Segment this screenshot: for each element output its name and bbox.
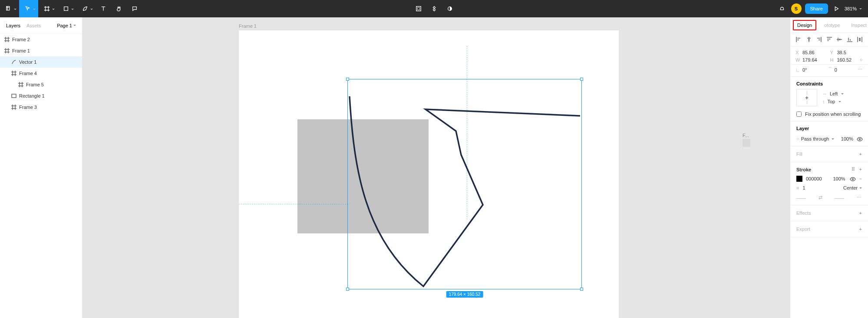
design-panel: Design ototype Inspect X85.86 Y38.5 W179… (790, 17, 868, 318)
frame-title-label[interactable]: Frame 1 (239, 23, 257, 29)
svg-rect-5 (12, 94, 16, 98)
layer-frame4[interactable]: Frame 4 (0, 68, 82, 79)
layer-vector1[interactable]: Vector 1 (0, 56, 82, 68)
effects-section: Effects + (790, 205, 868, 221)
add-fill-button[interactable]: + (859, 151, 862, 157)
fix-position-label: Fix position when scrolling (805, 111, 861, 117)
selection-dimensions-label: 179.64 × 160.52 (446, 291, 483, 298)
export-title: Export (796, 226, 810, 232)
layer-label: Frame 4 (19, 71, 37, 76)
align-bottom-icon[interactable] (847, 36, 853, 43)
hand-tool[interactable] (111, 0, 127, 17)
blend-mode-value: Pass through (801, 136, 829, 141)
resize-handle-tr[interactable] (580, 78, 583, 81)
user-avatar[interactable]: S (791, 3, 802, 14)
page-selector[interactable]: Page 1 (57, 23, 76, 28)
frame-icon (4, 48, 10, 53)
share-button[interactable]: Share (805, 3, 828, 14)
align-top-icon[interactable] (826, 36, 832, 43)
tab-design[interactable]: Design (793, 20, 816, 30)
stroke-weight-value[interactable]: 1 (802, 185, 805, 190)
stroke-swap-icon[interactable]: ⇄ (818, 195, 822, 200)
radius-value[interactable]: 0 (835, 67, 837, 72)
layer-frame1[interactable]: Frame 1 (0, 45, 82, 56)
distribute-icon[interactable] (857, 36, 863, 43)
resize-handle-br[interactable] (580, 288, 583, 291)
layer-section-title: Layer (790, 121, 868, 134)
mask-tool[interactable] (442, 0, 458, 17)
zoom-value: 381% (845, 6, 857, 11)
fill-section: Fill + (790, 146, 868, 162)
stroke-end-cap[interactable]: —— (835, 195, 844, 200)
top-toolbar: S Share 381% (0, 0, 868, 17)
align-left-icon[interactable] (795, 36, 802, 43)
layer-opacity-value[interactable]: 100% (841, 136, 853, 141)
stroke-hex-value[interactable]: 000000 (806, 176, 822, 181)
y-value[interactable]: 38.5 (837, 50, 846, 55)
h-value[interactable]: 160.52 (837, 57, 852, 62)
effects-title: Effects (796, 210, 811, 216)
align-vcenter-icon[interactable] (836, 36, 842, 43)
layer-rectangle1[interactable]: Rectangle 1 (0, 90, 82, 102)
layer-frame2[interactable]: Frame 2 (0, 34, 82, 45)
add-effect-button[interactable]: + (859, 210, 862, 216)
constraint-v-select[interactable]: ↕Top (822, 99, 844, 104)
stroke-start-cap[interactable]: —— (796, 195, 806, 200)
selection-bounds[interactable]: 179.64 × 160.52 (347, 79, 582, 289)
vector-icon (11, 59, 17, 65)
blend-mode-select[interactable]: ○Pass through (796, 136, 834, 141)
more-options-icon[interactable]: ⋯ (858, 67, 863, 72)
rotation-value[interactable]: 0° (802, 67, 807, 72)
frame-tool[interactable] (38, 0, 57, 17)
visibility-icon[interactable] (857, 136, 862, 141)
stroke-style-icon[interactable]: ⠿ (851, 167, 855, 172)
stroke-align-select[interactable]: Center (843, 185, 862, 190)
tab-inspect[interactable]: Inspect (848, 21, 868, 30)
layer-frame5[interactable]: Frame 5 (0, 79, 82, 90)
stroke-visibility-icon[interactable] (850, 176, 855, 181)
stroke-align-value: Center (843, 185, 858, 190)
stroke-weight-icon: ≡ (796, 185, 799, 190)
canvas[interactable]: Frame 1 179.64 × 160.52 F... (83, 17, 790, 318)
x-value[interactable]: 85.86 (802, 50, 815, 55)
resize-handle-tl[interactable] (346, 78, 349, 81)
frame-1[interactable]: 179.64 × 160.52 (239, 30, 619, 318)
remove-stroke-button[interactable]: − (859, 176, 862, 181)
align-hcenter-icon[interactable] (806, 36, 812, 43)
present-button[interactable] (832, 0, 841, 17)
resize-handle-bl[interactable] (346, 288, 349, 291)
shape-tool[interactable] (57, 0, 76, 17)
add-stroke-button[interactable]: + (859, 167, 862, 172)
stroke-opacity-value[interactable]: 100% (833, 176, 845, 181)
constraint-h-select[interactable]: ↔Left (822, 91, 844, 96)
w-value[interactable]: 179.64 (802, 57, 817, 62)
move-tool[interactable] (19, 0, 38, 17)
main-menu-button[interactable] (0, 0, 19, 17)
pen-tool[interactable] (76, 0, 96, 17)
component-tool[interactable] (426, 0, 442, 17)
stroke-color-swatch[interactable] (796, 176, 802, 182)
floating-frame[interactable] (743, 139, 750, 147)
constraint-v-value: Top (828, 99, 835, 104)
link-wh-icon[interactable]: ⟡ (860, 57, 863, 62)
constraints-target[interactable]: + (796, 89, 817, 106)
edit-object-tool[interactable] (411, 0, 426, 17)
svg-point-6 (859, 139, 861, 140)
comment-tool[interactable] (127, 0, 142, 17)
support-icon[interactable] (776, 0, 788, 17)
svg-rect-1 (64, 7, 68, 11)
text-tool[interactable] (96, 0, 111, 17)
constraints-center-icon: + (805, 94, 809, 101)
tab-assets[interactable]: Assets (26, 23, 41, 28)
add-export-button[interactable]: + (859, 226, 862, 232)
export-section: Export + (790, 221, 868, 237)
tab-layers[interactable]: Layers (6, 23, 20, 28)
angle-icon: ∟ (795, 67, 800, 72)
fix-position-checkbox[interactable] (796, 111, 802, 117)
tab-prototype[interactable]: ototype (821, 21, 843, 30)
zoom-selector[interactable]: 381% (845, 6, 862, 11)
stroke-more-icon[interactable]: ⋯ (857, 195, 862, 200)
frame-icon (18, 82, 23, 87)
align-right-icon[interactable] (816, 36, 822, 43)
layer-frame3[interactable]: Frame 3 (0, 102, 82, 113)
